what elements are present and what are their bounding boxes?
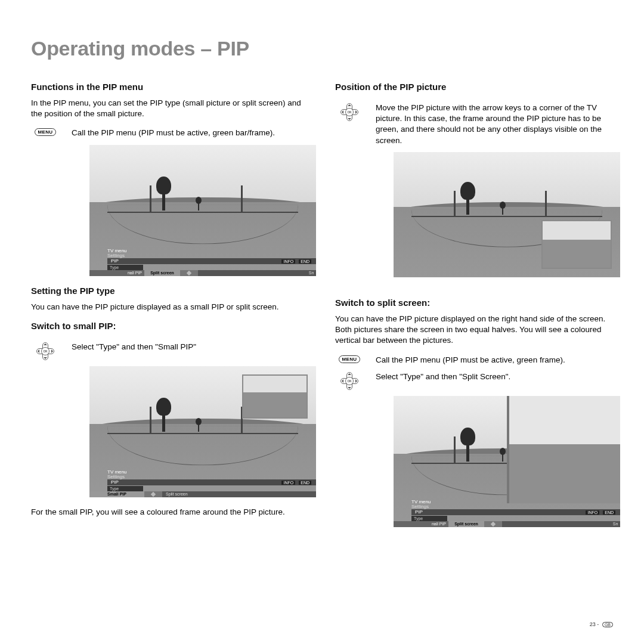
osd-sel-left: nall PIP (89, 270, 144, 276)
page-number: 23 - (590, 621, 600, 627)
osd-type-row: Type (107, 265, 143, 270)
instr-select-small-pip: Select "Type" and then "Small PIP" (72, 342, 196, 352)
instr-split-menu: Call the PIP menu (PIP must be active, g… (376, 355, 565, 366)
screenshot-split: TV menu Settings PIP INFO END Type nall … (394, 396, 620, 527)
osd-sel-small-pip: Small PIP (89, 491, 144, 497)
page-title: Operating modes – PIP (31, 37, 613, 60)
ok-dpad-icon: OK (340, 372, 358, 390)
osd-sel-right (502, 521, 611, 527)
osd-type-row: Type (107, 486, 143, 491)
screenshot-pip-menu-split: TV menu Settings PIP INFO END Type nall … (89, 145, 316, 276)
osd-sel-right (198, 270, 306, 276)
osd-info: INFO (586, 510, 599, 515)
gb-badge: GB (602, 622, 613, 627)
heading-setting-type: Setting the PIP type (31, 286, 309, 296)
osd-sel-split: Split screen (144, 270, 180, 276)
osd-sel-left: nall PIP (394, 521, 448, 527)
osd-sel-diamond-icon (144, 491, 162, 497)
osd-info: INFO (281, 481, 295, 485)
instr-position: Move the PIP picture with the arrow keys… (376, 103, 613, 146)
right-column: Position of the PIP picture OK Move the … (335, 82, 613, 537)
caption-small-pip: For the small PIP, you will see a colour… (31, 507, 309, 518)
osd-end: END (603, 510, 615, 515)
osd-sel-tail: Sn (306, 270, 316, 276)
text-functions: In the PIP menu, you can set the PIP typ… (31, 98, 309, 119)
ok-dpad-icon: OK (340, 103, 358, 121)
osd-sel-split: Split screen (448, 521, 484, 527)
osd-type-row: Type (411, 516, 447, 521)
pip-position-frame (541, 220, 612, 269)
osd-info: INFO (281, 259, 295, 264)
osd-sel-diamond-icon (484, 521, 502, 527)
heading-small-pip: Switch to small PIP: (31, 321, 309, 331)
instr-split-ok: Select "Type" and then "Split Screen". (376, 371, 510, 382)
left-column: Functions in the PIP menu In the PIP men… (31, 82, 309, 537)
osd-end: END (299, 259, 311, 264)
menu-button-icon: MENU (339, 355, 361, 363)
menu-button-icon: MENU (35, 128, 57, 136)
heading-split: Switch to split screen: (335, 298, 613, 308)
page-footer: 23 - GB (590, 621, 613, 627)
instr-call-pip-menu: Call the PIP menu (PIP must be active, g… (72, 128, 275, 138)
osd-crumb-settings: Settings (411, 504, 431, 509)
screenshot-small-pip: TV menu Settings PIP INFO END Type Small… (89, 366, 316, 497)
osd-end: END (299, 481, 311, 485)
ok-dpad-icon: OK (36, 342, 54, 360)
osd-sel-split-right: Split screen (162, 491, 316, 497)
split-right-half (507, 396, 620, 503)
osd-crumb-settings: Settings (107, 253, 126, 258)
osd-sel-tail: Sn (611, 521, 620, 527)
osd-crumb-settings: Settings (107, 475, 126, 479)
osd-sel-diamond-icon (180, 270, 198, 276)
pip-small-frame (242, 374, 308, 419)
text-setting-type: You can have the PIP picture displayed a… (31, 302, 309, 312)
text-split: You can have the PIP picture displayed o… (335, 314, 613, 346)
screenshot-position (394, 152, 620, 277)
heading-functions: Functions in the PIP menu (31, 82, 309, 92)
heading-position: Position of the PIP picture (335, 82, 613, 92)
